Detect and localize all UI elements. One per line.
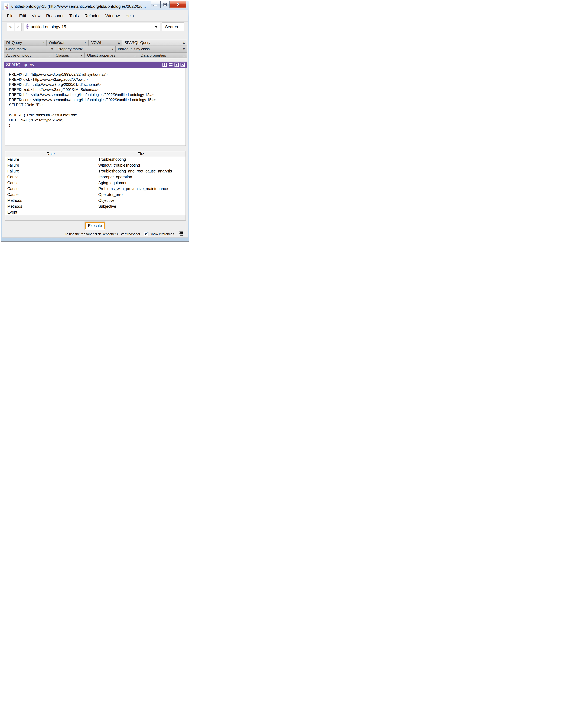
back-button[interactable]: < (7, 23, 14, 31)
window-title: untitled-ontology-15 (http://www.semanti… (11, 4, 162, 9)
minimize-button[interactable] (151, 1, 160, 8)
tab-close-icon[interactable]: x (49, 54, 51, 57)
tab-close-icon[interactable]: x (43, 41, 44, 44)
query-line: PREFIX rdfs: <http://www.w3.org/2000/01/… (9, 82, 184, 87)
table-row[interactable]: Cause Operator_error (5, 192, 186, 198)
sparql-query-editor[interactable]: PREFIX rdf: <http://www.w3.org/1999/02/2… (5, 68, 186, 146)
ontology-selector[interactable]: untitled-ontology-15 (24, 23, 160, 31)
table-row[interactable]: Cause Aging_equipment (5, 180, 186, 186)
tab-close-icon[interactable]: x (183, 41, 185, 44)
tab-close-icon[interactable]: x (183, 47, 185, 51)
tab-property-matrix[interactable]: Property matrix x (55, 46, 115, 52)
panel-header-buttons (163, 62, 185, 67)
tab-individuals-by-class[interactable]: Individuals by class x (115, 46, 187, 52)
menu-refactor[interactable]: Refactor (84, 13, 100, 18)
close-button[interactable]: X (170, 1, 186, 8)
results-table-header: Role Ekz (5, 151, 186, 157)
split-vertically-icon[interactable] (163, 62, 167, 67)
close-panel-icon[interactable] (181, 62, 185, 67)
tab-dl-query[interactable]: DL Query x (4, 40, 46, 46)
execute-button-frame: Execute (84, 221, 105, 230)
query-line: PREFIX xsd: <http://www.w3.org/2001/XMLS… (9, 87, 184, 92)
tab-vowl[interactable]: VOWL x (89, 40, 122, 46)
query-line: OPTIONAL {?Ekz rdf:type ?Role} (9, 118, 184, 123)
query-line: PREFIX bfo: <http://www.semanticweb.org/… (9, 92, 184, 97)
sparql-panel-header: SPARQL query: (4, 61, 187, 68)
tab-sparql-query[interactable]: SPARQL Query x (122, 40, 187, 46)
maximize-icon (164, 3, 167, 6)
query-line: PREFIX owl: <http://www.w3.org/2002/07/o… (9, 77, 184, 82)
show-inferences-label: Show Inferences (150, 232, 174, 236)
chevron-down-icon[interactable] (155, 26, 158, 28)
client-area: File Edit View Reasoner Tools Refactor W… (2, 10, 188, 238)
tab-active-ontology[interactable]: Active ontology x (4, 52, 53, 58)
tab-close-icon[interactable]: x (81, 54, 82, 57)
tab-close-icon[interactable]: x (85, 41, 86, 44)
log-icon[interactable] (179, 231, 183, 237)
split-horizontally-icon[interactable] (169, 62, 173, 67)
menu-bar: File Edit View Reasoner Tools Refactor W… (2, 10, 188, 22)
table-row[interactable]: Event (5, 209, 186, 215)
menu-help[interactable]: Help (125, 13, 134, 18)
menu-edit[interactable]: Edit (19, 13, 26, 18)
screen: untitled-ontology-15 (http://www.semanti… (0, 0, 190, 243)
results-table-filler (5, 215, 186, 220)
protege-logo-icon (4, 3, 9, 10)
results-table: Role Ekz Failure Troubleshooting Failure… (5, 151, 186, 220)
maximize-button[interactable] (161, 1, 170, 8)
float-icon[interactable] (175, 62, 179, 67)
menu-tools[interactable]: Tools (69, 13, 79, 18)
query-line: WHERE {?Role rdfs:subClassOf bfo:Role. (9, 113, 184, 118)
menu-file[interactable]: File (7, 13, 13, 18)
column-header-ekz[interactable]: Ekz (96, 151, 186, 156)
query-line: SELECT ?Role ?Ekz (9, 102, 184, 108)
ontology-icon (26, 24, 29, 29)
results-table-body: Failure Troubleshooting Failure Without_… (5, 157, 186, 215)
minimize-icon (154, 5, 157, 6)
tab-data-properties[interactable]: Data properties x (138, 52, 187, 58)
status-bar: To use the reasoner click Reasoner > Sta… (2, 231, 188, 237)
query-line: PREFIX core: <http://www.semanticweb.org… (9, 97, 184, 102)
table-row[interactable]: Failure Troubleshooting (5, 157, 186, 162)
query-line (9, 108, 184, 113)
protege-window: untitled-ontology-15 (http://www.semanti… (1, 1, 189, 241)
table-row[interactable]: Failure Troubleshooting_and_root_cause_a… (5, 168, 186, 174)
menu-view[interactable]: View (32, 13, 40, 18)
reasoner-status-message: To use the reasoner click Reasoner > Sta… (65, 232, 140, 236)
menu-window[interactable]: Window (105, 13, 120, 18)
tab-close-icon[interactable]: x (134, 54, 136, 57)
table-row[interactable]: Failure Without_troubleshooting (5, 162, 186, 168)
ontology-selector-value: untitled-ontology-15 (31, 24, 155, 29)
search-button[interactable]: Search... (162, 22, 184, 31)
toolbar: < > untitled-ontology-15 Search... (2, 22, 188, 31)
tab-close-icon[interactable]: x (183, 54, 185, 57)
tab-row-1: DL Query x OntoGraf x VOWL x SPARQL Quer… (4, 40, 187, 46)
window-controls: X (151, 1, 186, 8)
tab-classes[interactable]: Classes x (53, 52, 84, 58)
column-header-role[interactable]: Role (5, 151, 96, 156)
tab-close-icon[interactable]: x (51, 47, 53, 51)
execute-button-row: Execute (2, 221, 188, 230)
tab-row-2: Class matrix x Property matrix x Individ… (4, 46, 187, 52)
table-row[interactable]: Cause Improper_operation (5, 174, 186, 180)
tab-strip: DL Query x OntoGraf x VOWL x SPARQL Quer… (4, 40, 187, 59)
checkmark-icon: ✔ (145, 231, 148, 236)
execute-button[interactable]: Execute (85, 222, 105, 229)
tab-row-3: Active ontology x Classes x Object prope… (4, 52, 187, 58)
show-inferences-checkbox[interactable]: ✔ (144, 232, 148, 236)
query-line: PREFIX rdf: <http://www.w3.org/1999/02/2… (9, 72, 184, 77)
tab-class-matrix[interactable]: Class matrix x (4, 46, 55, 52)
query-line: } (9, 123, 184, 128)
tab-close-icon[interactable]: x (118, 41, 120, 44)
close-icon: X (177, 2, 180, 7)
table-row[interactable]: Methods Subjective (5, 203, 186, 209)
table-row[interactable]: Cause Problems_with_preventive_maintenan… (5, 186, 186, 192)
panel-title: SPARQL query: (6, 62, 163, 67)
forward-button[interactable]: > (15, 23, 22, 31)
tab-object-properties[interactable]: Object properties x (85, 52, 138, 58)
tab-ontograf[interactable]: OntoGraf x (47, 40, 88, 46)
table-row[interactable]: Methods Objective (5, 198, 186, 203)
tab-close-icon[interactable]: x (111, 47, 113, 51)
menu-reasoner[interactable]: Reasoner (46, 13, 64, 18)
